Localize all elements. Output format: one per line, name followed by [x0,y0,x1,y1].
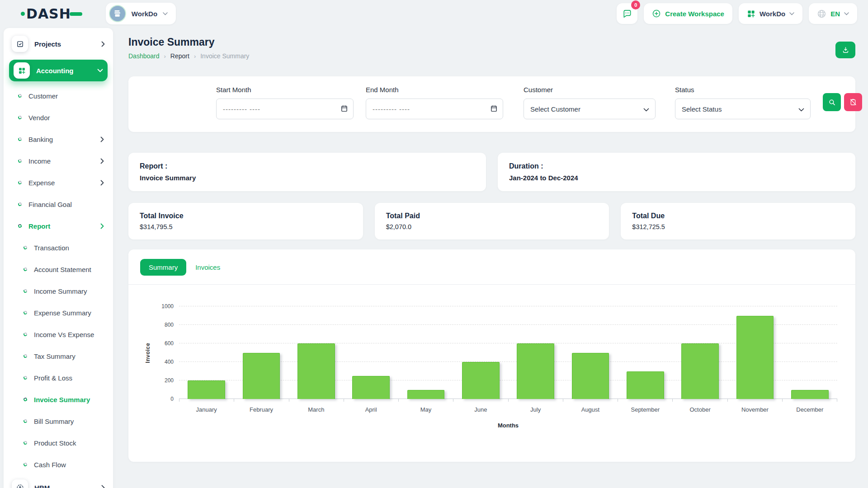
sidebar-item-label: Customer [28,92,58,100]
grid-plus-icon [18,67,26,75]
messages-button[interactable]: 0 [617,3,637,24]
sidebar-item-banking[interactable]: Banking [9,128,108,150]
sidebar-item-product-stock[interactable]: Product Stock [9,432,108,454]
workspace-switcher[interactable]: WorkDo [106,3,176,24]
plus-circle-icon [652,9,661,18]
sidebar-item-label: Report [28,222,50,230]
create-workspace-button[interactable]: Create Workspace [644,3,732,24]
sidebar-item-label: Income Summary [34,287,87,295]
end-month-input[interactable] [366,99,503,119]
chevron-right-icon: › [164,53,166,60]
reset-filter-button[interactable] [844,93,862,111]
bar-june[interactable] [462,362,500,399]
status-label: Status [675,86,811,94]
sidebar-item-hrm[interactable]: HRM [9,477,108,488]
chevron-right-icon [100,158,104,164]
sidebar-item-account-statement[interactable]: Account Statement [9,258,108,280]
user-focus-icon [16,484,24,488]
bars-container [179,306,837,399]
report-submenu: TransactionAccount StatementIncome Summa… [9,237,108,475]
sidebar-item-income[interactable]: Income [9,150,108,172]
top-header: DASH WorkDo 0 Create Workspace WorkDo [0,0,868,27]
sidebar-item-projects[interactable]: Projects [9,33,108,54]
start-month-field: Start Month [216,86,354,119]
bar-december[interactable] [791,390,829,399]
bar-march[interactable] [297,343,335,399]
x-labels: JanuaryFebruaryMarchAprilMayJuneJulyAugu… [179,402,837,413]
customer-label: Customer [524,86,656,94]
sidebar-item-label: Expense Summary [34,309,91,317]
y-tick-label: 200 [165,377,174,384]
x-tick-label: March [289,402,344,413]
sidebar-item-expense-summary[interactable]: Expense Summary [9,302,108,324]
workspace-menu-button[interactable]: WorkDo [739,3,802,24]
total-invoice-card: Total Invoice $314,795.5 [128,203,363,239]
bar-november[interactable] [736,316,774,399]
tab-summary[interactable]: Summary [140,259,186,276]
sidebar-item-financial-goal[interactable]: Financial Goal [9,193,108,215]
status-select[interactable]: Select Status [675,99,811,119]
sidebar-item-income-vs-expense[interactable]: Income Vs Expense [9,324,108,345]
app-logo[interactable]: DASH [21,6,82,22]
sidebar-item-bill-summary[interactable]: Bill Summary [9,410,108,432]
tab-invoices[interactable]: Invoices [195,263,220,271]
bar-april[interactable] [352,376,390,399]
breadcrumb-report[interactable]: Report [170,52,189,60]
report-value: Invoice Summary [140,174,475,182]
bar-february[interactable] [243,353,280,399]
bar-october[interactable] [681,343,719,399]
bar-september[interactable] [627,371,664,399]
bar-column [234,306,288,399]
status-field: Status Select Status [675,86,811,119]
sidebar-item-customer[interactable]: Customer [9,85,108,107]
start-month-input[interactable] [216,99,354,119]
total-due-card: Total Due $312,725.5 [621,203,855,239]
bar-august[interactable] [572,353,609,399]
sidebar-item-label: Income [28,157,51,165]
sidebar-item-profit-loss[interactable]: Profit & Loss [9,367,108,389]
customer-select[interactable]: Select Customer [524,99,656,119]
clipboard-off-icon [849,99,857,106]
filter-actions [823,93,862,111]
duration-value: Jan-2024 to Dec-2024 [509,174,844,182]
sidebar-item-label: Bill Summary [34,418,74,425]
bullet-icon [23,332,28,337]
language-selector[interactable]: EN [809,3,857,24]
x-tick-label: April [344,402,398,413]
bullet-icon [18,159,22,163]
logo-dash [70,12,82,16]
total-due-label: Total Due [632,212,844,220]
x-axis-title: Months [179,422,837,429]
breadcrumb-current: Invoice Summary [200,52,249,60]
x-tick-label: November [727,402,782,413]
sidebar-item-label: Income Vs Expense [34,331,94,338]
bar-may[interactable] [407,390,445,399]
sidebar-item-tax-summary[interactable]: Tax Summary [9,345,108,367]
status-select-value: Select Status [682,105,722,113]
breadcrumb-dashboard[interactable]: Dashboard [128,52,160,60]
sidebar-item-income-summary[interactable]: Income Summary [9,280,108,302]
invoice-bar-chart: Invoice 02004006008001000 JanuaryFebruar… [142,306,837,429]
download-button[interactable] [835,42,855,58]
bar-july[interactable] [517,343,554,399]
sidebar-item-report[interactable]: Report [9,215,108,237]
main-content: Invoice Summary Dashboard › Report › Inv… [128,36,855,462]
sidebar-item-invoice-summary[interactable]: Invoice Summary [9,389,108,410]
sidebar-item-label: Financial Goal [28,201,72,208]
sidebar-item-accounting[interactable]: Accounting [9,60,108,81]
logo-dot [21,12,25,16]
sidebar-item-transaction[interactable]: Transaction [9,237,108,258]
sidebar-item-label: Invoice Summary [34,396,90,404]
search-button[interactable] [823,93,841,111]
bar-january[interactable] [188,380,225,399]
sidebar-item-expense[interactable]: Expense [9,172,108,193]
message-icon [622,9,632,19]
x-tick-label: August [563,402,618,413]
bullet-icon [18,137,22,141]
sidebar-item-label: Vendor [28,114,50,122]
sidebar-item-cash-flow[interactable]: Cash Flow [9,454,108,475]
bar-column [618,306,673,399]
y-tick-label: 1000 [161,303,174,310]
y-tick-label: 400 [165,359,174,365]
sidebar-item-vendor[interactable]: Vendor [9,107,108,128]
